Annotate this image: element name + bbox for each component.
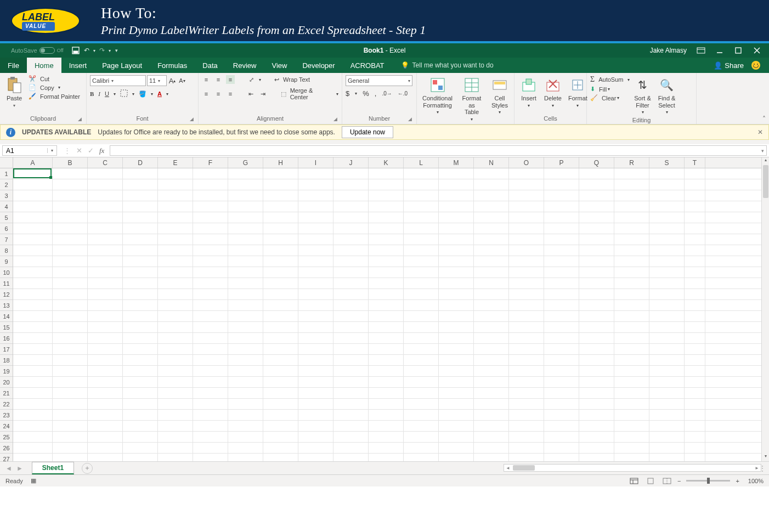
- cell[interactable]: [685, 256, 705, 267]
- align-right-icon[interactable]: ≡: [226, 89, 235, 98]
- cell[interactable]: [228, 377, 263, 387]
- cell[interactable]: [509, 190, 544, 201]
- cell[interactable]: [53, 344, 88, 354]
- redo-icon[interactable]: ↷: [98, 46, 106, 55]
- cell[interactable]: [263, 190, 298, 201]
- cell[interactable]: [88, 344, 123, 354]
- cell[interactable]: [88, 355, 123, 365]
- close-button[interactable]: [753, 46, 761, 55]
- cell[interactable]: [123, 289, 158, 299]
- cell[interactable]: [614, 267, 649, 278]
- decrease-font-icon[interactable]: A▾: [178, 76, 186, 85]
- cell[interactable]: [333, 168, 369, 179]
- cell[interactable]: [404, 289, 439, 299]
- cell[interactable]: [193, 388, 228, 398]
- cell[interactable]: [544, 421, 579, 431]
- cell[interactable]: [298, 278, 333, 288]
- row-header-15[interactable]: 15: [0, 322, 13, 333]
- cell[interactable]: [123, 234, 158, 245]
- cell[interactable]: [123, 201, 158, 212]
- cell[interactable]: [474, 168, 509, 179]
- format-painter-button[interactable]: 🖌️ Format Painter: [29, 93, 80, 100]
- cell[interactable]: [13, 300, 53, 310]
- cell[interactable]: [474, 322, 509, 332]
- cell[interactable]: [158, 267, 193, 278]
- cell[interactable]: [614, 245, 649, 256]
- zoom-level[interactable]: 100%: [748, 478, 764, 484]
- cell[interactable]: [685, 289, 705, 299]
- sheet-tab-sheet1[interactable]: Sheet1: [32, 462, 74, 474]
- font-color-button[interactable]: A: [157, 90, 162, 97]
- cell[interactable]: [123, 333, 158, 343]
- cell[interactable]: [298, 223, 333, 234]
- row-header-11[interactable]: 11: [0, 278, 13, 289]
- cell[interactable]: [369, 311, 404, 321]
- cell[interactable]: [369, 377, 404, 387]
- cell[interactable]: [685, 267, 705, 278]
- cell[interactable]: [474, 410, 509, 420]
- share-button[interactable]: 👤Share: [714, 61, 744, 70]
- cell[interactable]: [685, 322, 705, 332]
- cell[interactable]: [13, 234, 53, 245]
- cell[interactable]: [158, 245, 193, 256]
- cell[interactable]: [509, 311, 544, 321]
- increase-decimal-button[interactable]: .0→: [382, 90, 392, 97]
- cell[interactable]: [649, 388, 685, 398]
- cell[interactable]: [123, 421, 158, 431]
- col-header-C[interactable]: C: [88, 157, 123, 168]
- delete-cells-button[interactable]: Delete▾: [542, 75, 564, 109]
- cell[interactable]: [685, 344, 705, 354]
- cell[interactable]: [88, 366, 123, 376]
- cell[interactable]: [123, 366, 158, 376]
- cell[interactable]: [53, 223, 88, 234]
- cell[interactable]: [298, 421, 333, 431]
- col-header-T[interactable]: T: [685, 157, 705, 168]
- row-header-4[interactable]: 4: [0, 201, 13, 212]
- row-header-19[interactable]: 19: [0, 366, 13, 377]
- cell[interactable]: [509, 432, 544, 442]
- wrap-text-button[interactable]: ↩ Wrap Text: [274, 76, 310, 83]
- cell[interactable]: [369, 256, 404, 267]
- cell[interactable]: [649, 179, 685, 190]
- row-header-7[interactable]: 7: [0, 234, 13, 245]
- cell[interactable]: [333, 366, 369, 376]
- cell[interactable]: [404, 421, 439, 431]
- cell[interactable]: [685, 355, 705, 365]
- cell[interactable]: [158, 168, 193, 179]
- cell[interactable]: [404, 201, 439, 212]
- row-header-26[interactable]: 26: [0, 443, 13, 454]
- cell[interactable]: [544, 377, 579, 387]
- cell[interactable]: [158, 289, 193, 299]
- cell[interactable]: [685, 377, 705, 387]
- row-header-5[interactable]: 5: [0, 212, 13, 223]
- font-name-dropdown[interactable]: Calibri▾: [90, 75, 146, 86]
- row-headers[interactable]: 1234567891011121314151617181920212223242…: [0, 168, 13, 461]
- cell[interactable]: [649, 212, 685, 223]
- cell[interactable]: [193, 399, 228, 409]
- cell[interactable]: [649, 366, 685, 376]
- row-header-6[interactable]: 6: [0, 223, 13, 234]
- cell[interactable]: [579, 256, 614, 267]
- msgbar-close-icon[interactable]: ✕: [757, 128, 763, 136]
- cell[interactable]: [333, 443, 369, 453]
- decrease-decimal-button[interactable]: ←.0: [398, 90, 408, 97]
- cancel-formula-icon[interactable]: ✕: [76, 146, 82, 155]
- cell[interactable]: [228, 333, 263, 343]
- cell[interactable]: [123, 212, 158, 223]
- cell[interactable]: [614, 399, 649, 409]
- tab-page-layout[interactable]: Page Layout: [94, 58, 150, 73]
- cell[interactable]: [649, 289, 685, 299]
- cell[interactable]: [298, 190, 333, 201]
- col-header-A[interactable]: A: [13, 157, 53, 168]
- cell[interactable]: [509, 223, 544, 234]
- cell[interactable]: [439, 223, 474, 234]
- cell[interactable]: [614, 377, 649, 387]
- cell[interactable]: [649, 311, 685, 321]
- cell[interactable]: [123, 190, 158, 201]
- cell[interactable]: [53, 168, 88, 179]
- cell[interactable]: [228, 399, 263, 409]
- row-header-10[interactable]: 10: [0, 267, 13, 278]
- cell[interactable]: [579, 289, 614, 299]
- cell[interactable]: [474, 355, 509, 365]
- cell[interactable]: [263, 234, 298, 245]
